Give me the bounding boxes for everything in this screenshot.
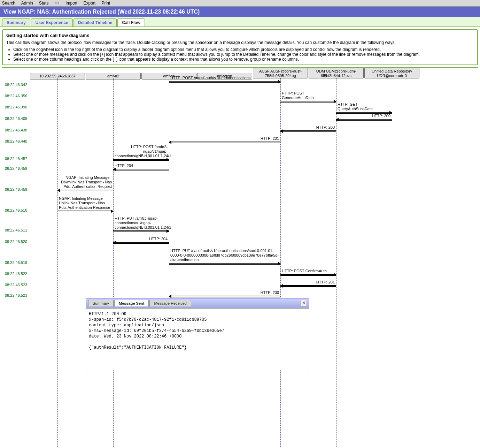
lifeline: [392, 78, 392, 448]
message[interactable]: HTTP: 200: [169, 290, 280, 296]
call-flow-diagram[interactable]: 10.232.55.246:61837amf-n2amf-ccnrf-agent…: [2, 67, 478, 448]
column-header[interactable]: UDM UDM@core-udm-6f5bf8b84d-42pvs: [309, 68, 364, 78]
timestamp: 08:22:46.523: [5, 283, 27, 287]
timestamp: 08:22:46.356: [5, 94, 27, 98]
menu-stats[interactable]: Stats: [39, 1, 48, 6]
message-label: HTTP: PUT /nausf-auth/v1/ue-authenticati…: [169, 249, 280, 263]
message-label: NGAP: Initiating Message - Uplink Nas Tr…: [57, 196, 113, 211]
top-menu: Search Admin Stats >> Import Export Prin…: [0, 0, 480, 7]
timestamp: 08:22:46.438: [5, 128, 27, 132]
panel-tab-summary[interactable]: Summary: [88, 300, 114, 306]
tab-summary[interactable]: Summary: [2, 18, 30, 26]
message[interactable]: HTTP: 204: [113, 237, 169, 242]
message[interactable]: HTTP: 204: [113, 164, 169, 169]
menu-separator: >>: [55, 1, 60, 6]
close-icon[interactable]: ✕: [301, 300, 307, 306]
message-label: HTTP: 200: [169, 290, 280, 296]
timestamp: 08:22:46.522: [5, 272, 27, 276]
timestamp: 08:22:46.405: [5, 116, 27, 121]
message[interactable]: NGAP: Initiating Message - Uplink Nas Tr…: [57, 196, 113, 211]
help-heading: Getting started with call flow diagrams: [6, 33, 474, 38]
message[interactable]: HTTP: POST /amfn2-ngap/v1/ngap-connectio…: [113, 145, 169, 159]
panel-header: SummaryMessage SentMessage Received✕: [86, 298, 309, 309]
panel-body: HTTP/1.1 200 OK x-span-id: f54d7b70-c2ac…: [86, 309, 309, 370]
message-label: HTTP: POST /amfn2-ngap/v1/ngap-connectio…: [113, 145, 169, 159]
lifeline: [113, 78, 114, 448]
message[interactable]: HTTP: 201: [280, 280, 336, 285]
tab-user-experience[interactable]: User Experience: [31, 18, 73, 26]
timestamp: 08:22:46.440: [5, 139, 27, 143]
menu-export[interactable]: Export: [83, 1, 95, 6]
message[interactable]: HTTP: PUT /amfcc-ngap-connections/v1/nga…: [113, 216, 169, 230]
menu-admin[interactable]: Admin: [21, 1, 33, 6]
lifeline: [57, 78, 58, 448]
menu-print[interactable]: Print: [102, 1, 110, 6]
timestamp: 08:22:46.457: [5, 157, 27, 161]
message-label: HTTP: 201: [280, 280, 336, 285]
message[interactable]: HTTP: 201: [169, 136, 280, 142]
menu-import[interactable]: Import: [65, 1, 77, 6]
timestamp: 08:22:46.520: [5, 240, 27, 244]
message-label: HTTP: POST /nausf-auth/v1/ue-authenticat…: [169, 76, 280, 81]
panel-tab-message-sent[interactable]: Message Sent: [114, 300, 149, 306]
tabbar: SummaryUser ExperienceDetailed TimelineC…: [0, 17, 480, 27]
help-bullet: Select one or more column headings and c…: [13, 57, 474, 62]
message-label: HTTP: 204: [113, 237, 169, 242]
tab-detailed-timeline[interactable]: Detailed Timeline: [73, 18, 117, 26]
message-label: HTTP: 204: [113, 164, 169, 169]
help-intro: This call flow diagram shows the protoco…: [6, 40, 474, 45]
column-header[interactable]: Unified Data Repository UDR@core-udr-0: [364, 68, 419, 78]
timestamp: 08:22:46.342: [5, 83, 27, 87]
lifeline: [336, 78, 336, 448]
message-label: HTTP: 200: [336, 114, 392, 119]
message-label: HTTP: POST ConfirmAuth: [280, 269, 336, 274]
message[interactable]: HTTP: 200: [336, 114, 392, 119]
message-label: HTTP: 200: [280, 125, 336, 130]
timestamp: 08:22:46.390: [5, 105, 27, 109]
message[interactable]: HTTP: POST ConfirmAuth: [280, 269, 336, 274]
message[interactable]: HTTP: POST GenerateAuthData: [280, 91, 336, 101]
message[interactable]: NGAP: Initiating Message - Downlink Nas …: [57, 175, 113, 190]
help-bullet: Click on the cogwheel icon in the top ri…: [13, 47, 474, 52]
timestamp: 08:22:46.459: [5, 187, 27, 191]
menu-search[interactable]: Search: [2, 1, 15, 6]
help-bullets: Click on the cogwheel icon in the top ri…: [13, 47, 474, 62]
message[interactable]: HTTP: GET QueryAuthSubsData: [336, 102, 392, 112]
message[interactable]: HTTP: POST /nausf-auth/v1/ue-authenticat…: [169, 76, 280, 81]
tab-call-flow[interactable]: Call Flow: [117, 18, 145, 26]
message[interactable]: HTTP: PUT /nausf-auth/v1/ue-authenticati…: [169, 249, 280, 263]
message-label: HTTP: 201: [169, 136, 280, 142]
timestamp: 08:22:46.510: [5, 208, 27, 212]
timestamp: 08:22:46.523: [5, 293, 27, 297]
message-label: HTTP: POST GenerateAuthData: [280, 91, 336, 101]
help-bullet: Select one or more messages and click on…: [13, 52, 474, 57]
message-label: HTTP: GET QueryAuthSubsData: [336, 102, 392, 112]
page-title: View NGAP: NAS: Authentication Rejected …: [0, 7, 480, 17]
panel-tab-message-received[interactable]: Message Received: [149, 300, 191, 306]
timestamp: 08:22:46.519: [5, 260, 27, 265]
help-box: Getting started with call flow diagrams …: [2, 29, 478, 65]
message-label: HTTP: PUT /amfcc-ngap-connections/v1/nga…: [113, 216, 169, 230]
message-label: NGAP: Initiating Message - Downlink Nas …: [57, 175, 113, 190]
timestamp: 08:22:46.459: [5, 166, 27, 170]
timestamp: 08:22:46.511: [5, 228, 27, 232]
message[interactable]: HTTP: 200: [280, 125, 336, 130]
message-detail-panel: SummaryMessage SentMessage Received✕HTTP…: [86, 298, 309, 370]
